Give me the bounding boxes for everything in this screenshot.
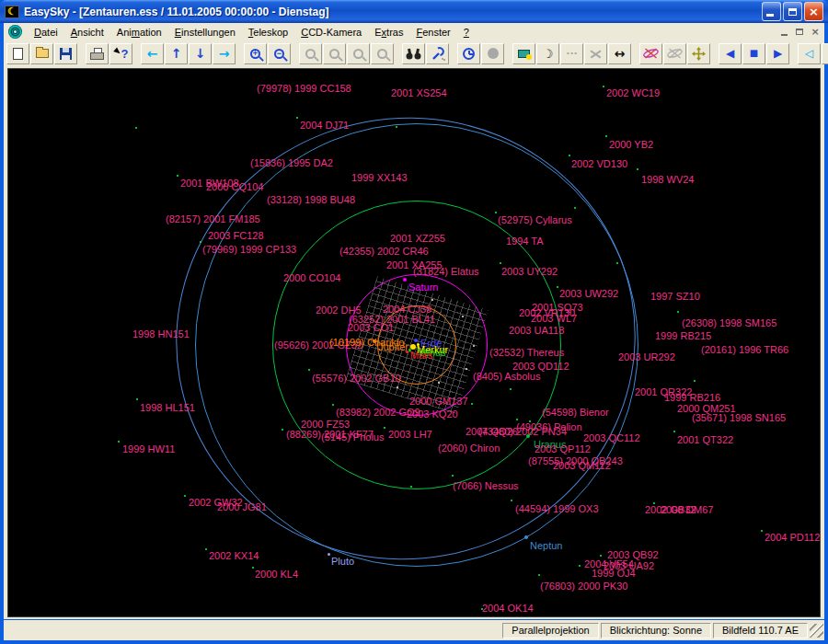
sky-object-label[interactable]: 1999 OJ4 [592, 568, 636, 579]
field-of-view-button[interactable]: ↔ [608, 43, 631, 64]
options-button[interactable] [426, 43, 449, 64]
menu-item-datei[interactable]: Datei [28, 25, 64, 40]
pan-left-button[interactable]: ← [141, 43, 164, 64]
minimize-button[interactable] [762, 2, 781, 21]
animate-backward-button[interactable]: ◀ [719, 43, 742, 64]
animate-stop-button[interactable]: ■ [742, 43, 765, 64]
search-object-button[interactable] [402, 43, 425, 64]
sky-object-label[interactable]: (20161) 1996 TR66 [701, 344, 788, 355]
easysky-app-icon[interactable] [8, 25, 22, 39]
menu-item-teleskop[interactable]: Teleskop [242, 25, 294, 40]
sky-object-label[interactable]: 2000 CO104 [283, 272, 340, 283]
pan-up-button[interactable]: ↑ [165, 43, 188, 64]
sky-object-label[interactable]: 1994 TA [506, 236, 544, 247]
mdi-close-button[interactable]: × [808, 26, 822, 39]
sky-object-label[interactable]: (33128) 1998 BU48 [267, 194, 355, 205]
sky-object-label[interactable]: (52975) Cyllarus [498, 214, 572, 225]
sky-object-label[interactable]: 2003 QP112 [535, 443, 591, 454]
jupiter-label[interactable]: Jupiter [378, 341, 408, 352]
sky-object-label[interactable]: 2003 UW292 [559, 288, 618, 299]
pan-down-button[interactable]: ↓ [189, 43, 212, 64]
context-help-button[interactable]: ? [109, 43, 132, 64]
sky-object-label[interactable]: (83982) 2002 GO9 [336, 407, 420, 418]
resize-grip[interactable] [810, 624, 823, 638]
neptun-label[interactable]: Neptun [530, 540, 562, 551]
sky-object-label[interactable]: 2000 KL4 [255, 569, 298, 580]
sky-object-label[interactable]: 2003 WL7 [531, 313, 577, 324]
menu-item-hilfe[interactable]: ? [457, 25, 476, 40]
pan-right-button[interactable]: → [213, 43, 236, 64]
sky-object-label[interactable]: (54598) Bienor [542, 407, 609, 418]
sky-object-label[interactable]: 1999 RB215 [655, 330, 711, 341]
sky-object-label[interactable]: 2002 VD130 [571, 158, 627, 169]
planet-marker-erde[interactable] [414, 339, 418, 342]
open-button[interactable] [30, 43, 53, 64]
save-button[interactable] [54, 43, 77, 64]
sky-object-label[interactable]: 2000 GM137 [409, 396, 468, 407]
planet-marker-neptun[interactable] [524, 535, 528, 539]
sky-object-label[interactable]: (55576) 2002 GB10 [312, 373, 401, 384]
restore-button[interactable] [783, 2, 802, 21]
planet-marker-pluto[interactable] [328, 553, 330, 556]
sky-object-label[interactable]: 1999 RB216 [664, 392, 720, 403]
sky-object-label[interactable]: 1999 HW11 [122, 443, 175, 454]
step-forward-button[interactable]: ▷ [822, 43, 828, 64]
menu-item-fenster[interactable]: Fenster [409, 25, 456, 40]
sky-object-label[interactable]: (8405) Asbolus [473, 371, 540, 382]
menu-item-einstellungen[interactable]: Einstellungen [168, 25, 242, 40]
sky-object-label[interactable]: (15836) 1995 DA2 [250, 157, 333, 168]
sky-object-label[interactable]: (49036) Pelion [516, 421, 582, 432]
menu-item-extras[interactable]: Extras [368, 25, 409, 40]
sky-object-label[interactable]: 1998 HN151 [132, 328, 190, 339]
sky-object-label[interactable]: 2004 PD112 [765, 532, 820, 543]
sky-object-label[interactable]: 2003 CO1 [348, 322, 394, 333]
sky-object-label[interactable]: 2001 XZ255 [390, 233, 445, 244]
sky-object-label[interactable]: (82157) 2001 FM185 [166, 213, 260, 224]
sky-object-label[interactable]: 2000 OM67 [661, 504, 713, 515]
sky-object-label[interactable]: 2004 DJ71 [300, 120, 349, 131]
sky-object-label[interactable]: (26308) 1998 SM165 [682, 317, 776, 328]
sky-object-label[interactable]: 1997 SZ10 [650, 291, 700, 302]
sky-object-label[interactable]: 2002 WC19 [606, 87, 660, 98]
sky-object-label[interactable]: 1998 HL151 [140, 402, 195, 413]
zoom-in-button[interactable]: + [244, 43, 267, 64]
moon-phases-button[interactable]: ☽ [536, 43, 559, 64]
title-bar[interactable]: ☾ EasySky - [Zentauren.ess / 11.01.2005 … [0, 0, 828, 23]
sky-object-label[interactable]: (31824) Elatus [413, 266, 479, 277]
step-backward-button[interactable]: ◁ [798, 43, 821, 64]
sky-object-label[interactable]: 2003 UR292 [618, 351, 675, 362]
sky-object-label[interactable]: 2004 CJ39 [383, 304, 431, 315]
mdi-minimize-button[interactable] [776, 26, 791, 39]
sky-object-label[interactable]: 2003 UY292 [501, 266, 558, 277]
sky-canvas[interactable]: (79978) 1999 CC1582001 XS2542002 WC19200… [7, 68, 821, 617]
pluto-label[interactable]: Pluto [331, 556, 354, 567]
sky-object-label[interactable]: (79978) 1999 CC158 [257, 83, 351, 94]
menu-item-ansicht[interactable]: Ansicht [64, 25, 110, 40]
close-button[interactable]: × [804, 2, 823, 21]
sky-object-label[interactable]: (5145) Pholus [321, 431, 385, 443]
zoom-out-button[interactable]: − [268, 43, 291, 64]
menu-item-ccd-kamera[interactable]: CCD-Kamera [294, 25, 368, 40]
sky-object-label[interactable]: 1999 XX143 [351, 172, 408, 183]
sky-object-label[interactable]: 2003 LH7 [388, 429, 432, 440]
sky-object-label[interactable]: (2060) Chiron [438, 443, 500, 454]
sky-object-label[interactable]: 2004 OK14 [482, 603, 534, 614]
sky-object-label[interactable]: 2000 CQ104 [206, 181, 263, 192]
sky-object-label[interactable]: 2003 QC112 [583, 432, 640, 443]
sky-object-label[interactable]: (35671) 1998 SN165 [692, 412, 786, 423]
sky-object-label[interactable]: (44594) 1999 OX3 [515, 503, 599, 514]
sky-object-label[interactable]: 2003 UA118 [509, 325, 564, 336]
sky-object-label[interactable]: 2003 QM112 [553, 460, 611, 471]
sky-object-label[interactable]: (7066) Nessus [453, 480, 519, 491]
projection-view-button[interactable] [512, 43, 535, 64]
menu-item-animation[interactable]: Animation [110, 25, 168, 40]
sky-object-label[interactable]: (32532) Thereus [489, 347, 564, 358]
mdi-restore-button[interactable] [792, 26, 807, 39]
sky-object-label[interactable]: 2003 FC128 [208, 230, 264, 241]
sky-object-label[interactable]: (42355) 2002 CR46 [339, 246, 429, 257]
new-button[interactable] [6, 43, 29, 64]
planet-marker-saturn[interactable] [403, 278, 407, 282]
sky-object-label[interactable]: (79969) 1999 CP133 [202, 244, 296, 255]
print-button[interactable] [86, 43, 109, 64]
saturn-label[interactable]: Saturn [408, 282, 438, 293]
